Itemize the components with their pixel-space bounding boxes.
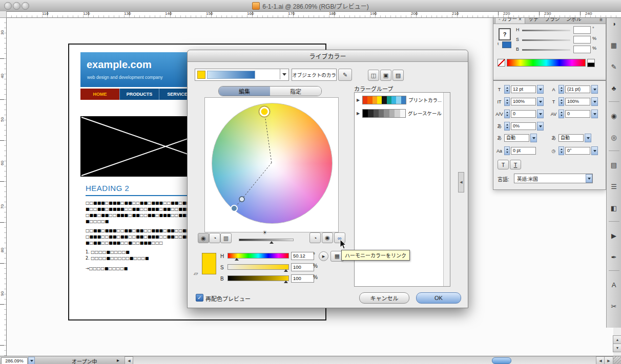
dropdown-icon[interactable] [537, 97, 544, 106]
font-size-value[interactable]: 12 pt [511, 85, 536, 93]
group-list-scrollbar[interactable] [443, 93, 450, 286]
scroll-down-button[interactable]: ▼ [613, 344, 621, 352]
aki-left-value[interactable]: 自動 [504, 134, 529, 142]
stepper[interactable] [558, 97, 564, 106]
strikethrough-button[interactable]: T [510, 160, 521, 169]
b-slider[interactable] [227, 275, 289, 281]
leading-field[interactable]: A (21 pt) [550, 85, 598, 94]
dock-transparency-icon[interactable]: ◧ [608, 202, 620, 214]
cancel-button[interactable]: キャンセル [359, 292, 409, 304]
edit-colors-icon[interactable]: ✎ [338, 69, 352, 81]
recolor-preview-checkbox[interactable]: ✓ [196, 294, 203, 302]
color-group-combo[interactable] [195, 69, 289, 81]
status-play-icon[interactable]: ▸ [117, 357, 119, 363]
kerning-value[interactable]: 0 [511, 110, 536, 118]
b-track[interactable] [522, 49, 570, 51]
expand-triangle-icon[interactable]: ▶ [357, 111, 360, 116]
dropdown-icon[interactable] [530, 134, 537, 142]
vertical-scale-field[interactable]: IT 100% [495, 97, 544, 106]
dock-brushes-icon[interactable]: ✎ [608, 60, 620, 73]
dock-symbols-icon[interactable]: ♣ [608, 82, 620, 94]
resize-grip[interactable] [613, 356, 621, 364]
zoom-field[interactable]: 286.09% [1, 357, 28, 364]
dropdown-icon[interactable] [591, 97, 598, 106]
rotation-field[interactable]: ◷ 0° [550, 146, 598, 155]
dock-appearance-icon[interactable]: ▶ [608, 229, 620, 242]
scroll-right-button[interactable]: ▶ [604, 356, 613, 364]
horizontal-scrollbar-thumb[interactable] [492, 357, 511, 364]
bars-view-button[interactable]: ▥ [220, 233, 232, 243]
dock-swatches-icon[interactable]: ▦ [608, 39, 620, 51]
tsume-field[interactable]: あ 0% [495, 122, 544, 131]
wheel-marker-2[interactable] [239, 197, 244, 202]
brightness-slider[interactable] [239, 239, 294, 241]
rotation-value[interactable]: 0° [565, 147, 590, 155]
tracking-value[interactable]: 0 [565, 110, 590, 118]
collapse-handle-icon[interactable]: ◀ [458, 172, 464, 192]
kerning-field[interactable]: A/V 0 [495, 110, 544, 118]
stepper[interactable] [558, 85, 564, 94]
dropdown-icon[interactable] [537, 85, 544, 94]
s-slider[interactable] [227, 264, 289, 270]
dock-character-icon[interactable]: A [608, 279, 620, 291]
harmony-wheel-icon[interactable]: ◔ [309, 232, 321, 243]
wheel-marker-3[interactable] [231, 205, 237, 211]
new-group-icon[interactable]: ▣ [380, 70, 391, 81]
language-combo[interactable]: 英語:米国 [514, 174, 593, 183]
stepper[interactable] [504, 85, 510, 94]
b-field[interactable] [573, 46, 591, 53]
h-field[interactable] [573, 26, 591, 34]
tab-edit[interactable]: 編集 [219, 87, 270, 96]
delete-group-icon[interactable]: ▨ [392, 70, 404, 81]
ok-button[interactable]: OK [416, 292, 461, 304]
s-value-field[interactable]: 100 [291, 263, 314, 271]
scroll-up-button[interactable]: ▲ [613, 335, 621, 344]
s-track[interactable] [522, 39, 570, 41]
baseline-shift-field[interactable]: Aa 0 pt [495, 146, 536, 155]
dock-color-icon[interactable]: ◑ [608, 17, 620, 30]
dropdown-icon[interactable] [537, 110, 544, 118]
black-swatch[interactable] [587, 62, 595, 67]
stepper[interactable] [504, 110, 510, 118]
window-titlebar[interactable]: 6-1-1.ai @ 286.09% (RGB/プレビュー) [0, 0, 621, 12]
baseline-shift-value[interactable]: 0 pt [511, 147, 536, 155]
aki-left-field[interactable]: あ 自動 [495, 134, 537, 142]
aki-right-field[interactable]: あ 自動 [550, 134, 591, 142]
b-slider-thumb[interactable] [284, 281, 288, 283]
hsb-mode-icon[interactable]: ▸ [319, 251, 328, 261]
s-field[interactable] [573, 36, 591, 44]
dock-stroke-icon[interactable]: ☰ [608, 180, 620, 192]
dropdown-icon[interactable] [591, 85, 598, 94]
none-swatch[interactable] [498, 59, 505, 67]
wheel-smooth-view-button[interactable]: ◉ [198, 233, 209, 243]
current-color-big-swatch[interactable] [202, 253, 216, 274]
dropdown-icon[interactable] [591, 146, 598, 155]
spectrum-bar[interactable] [507, 59, 586, 67]
stepper[interactable] [504, 146, 510, 155]
zoom-dropdown-icon[interactable] [28, 357, 35, 364]
dropdown-icon[interactable] [585, 134, 591, 142]
stepper[interactable] [504, 97, 510, 106]
dock-navigator-icon[interactable]: ◉ [608, 110, 620, 122]
dropdown-icon[interactable] [537, 122, 544, 131]
font-size-field[interactable]: T 12 pt [495, 85, 544, 94]
dropdown-icon[interactable] [586, 174, 592, 183]
save-group-icon[interactable]: ◫ [368, 70, 379, 81]
dock-actions-icon[interactable]: ✂ [608, 300, 620, 312]
stepper[interactable] [558, 110, 564, 118]
dock-layers-icon[interactable]: ▤ [608, 159, 620, 171]
dock-gradient-icon[interactable]: ◎ [608, 131, 620, 143]
expand-triangle-icon[interactable]: ▶ [357, 98, 360, 102]
vertical-scale-value[interactable]: 100% [511, 98, 536, 105]
tab-assign[interactable]: 指定 [270, 87, 321, 96]
stroke-color-swatch[interactable] [502, 41, 511, 48]
stepper[interactable] [558, 146, 564, 155]
fill-proxy-question-icon[interactable]: ? [499, 28, 511, 40]
color-group-row[interactable]: ▶ グレースケール [356, 107, 442, 119]
dialog-titlebar[interactable]: ライブカラー [188, 50, 468, 62]
wheel-marker-base-inner[interactable] [260, 108, 268, 116]
stepper[interactable] [504, 122, 510, 131]
s-slider-thumb[interactable] [284, 269, 288, 272]
dropdown-icon[interactable] [591, 110, 598, 118]
underline-button[interactable]: T [498, 160, 509, 169]
